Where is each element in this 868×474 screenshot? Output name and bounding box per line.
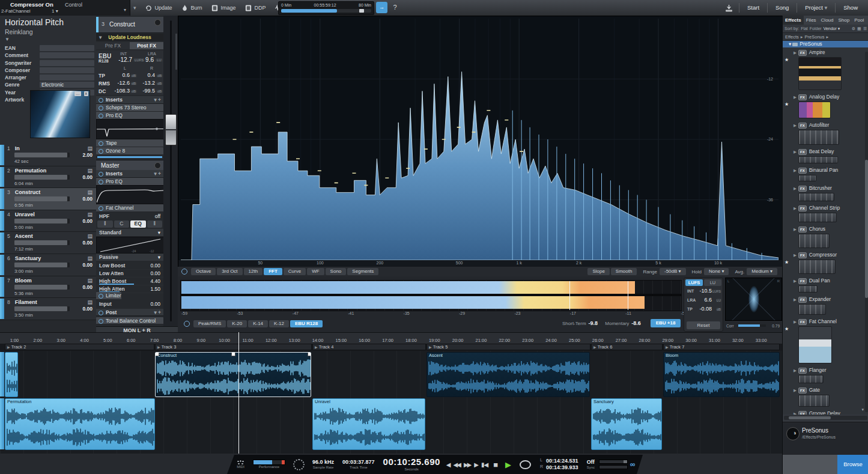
mode-button-fft[interactable]: FFT: [264, 268, 282, 275]
insert-scheps-73-stereo[interactable]: Scheps 73 Stereo: [96, 104, 163, 112]
ebu-scale-button[interactable]: EBU +18: [651, 319, 681, 327]
clip-handle[interactable]: [231, 352, 235, 356]
effect-item-compressor[interactable]: ▶FXCompressor★: [794, 251, 868, 274]
loop-locators[interactable]: L00:14:24.531 R00:14:39.933: [540, 458, 578, 472]
effect-thumbnail[interactable]: [798, 175, 816, 181]
track-gain-slider[interactable]: [14, 263, 70, 267]
track-item-ascent[interactable]: 5Ascent▤0.007:12 min: [0, 232, 96, 254]
panel-icon[interactable]: ▦: [857, 26, 861, 31]
insert-tonal-balance-control[interactable]: Tonal Balance Control: [96, 317, 163, 324]
project-length-display[interactable]: 0 Min 00:55:59:12 80 Min: [278, 1, 374, 15]
midi-indicator[interactable]: MIDI: [237, 460, 244, 469]
artwork-remove-button[interactable]: x: [84, 91, 89, 96]
favorite-star-icon[interactable]: ★: [785, 57, 789, 62]
help-button[interactable]: ?: [390, 2, 399, 13]
loop-icon[interactable]: [520, 460, 531, 469]
audio-clip-bloom[interactable]: Bloom: [663, 352, 780, 397]
audio-clip-permutation[interactable]: Permutation: [5, 398, 155, 450]
effect-item-ampire[interactable]: ▶FXAmpire★: [794, 49, 868, 90]
channel-knob-icon[interactable]: [154, 19, 161, 26]
effect-item-expander[interactable]: ▶FXExpander: [794, 296, 868, 315]
device-control-box[interactable]: Compressor On 2-FatChannel 1 ▾ Control ▾: [0, 0, 130, 16]
master-knob-icon[interactable]: [154, 162, 161, 169]
lane-header-track-7[interactable]: ▶Track 7: [663, 344, 780, 350]
track-item-filament[interactable]: 8Filament▤0.003:50 min: [0, 298, 96, 320]
master-eq-curve-display[interactable]: [96, 185, 165, 204]
track-gain-slider[interactable]: [14, 285, 70, 290]
playhead[interactable]: [238, 332, 239, 454]
mode-button-octave[interactable]: Octave: [191, 268, 216, 275]
browser-tab-files[interactable]: Files: [804, 16, 819, 25]
audio-clip-sanctuary[interactable]: Sanctuary: [591, 398, 662, 450]
pro-eq-curve-display[interactable]: [96, 119, 165, 139]
hpf-row[interactable]: HPFoff: [96, 213, 163, 220]
insert-tape[interactable]: Tape: [96, 139, 163, 147]
show-page-button[interactable]: Show: [835, 3, 866, 13]
clip-handle[interactable]: [308, 352, 311, 356]
effect-thumbnail[interactable]: [798, 395, 830, 407]
field-input-arranger[interactable]: [40, 74, 94, 81]
effect-thumbnail[interactable]: [798, 375, 824, 383]
effect-item-fat-channel[interactable]: ▶FXFat Channel★: [794, 318, 868, 363]
tab-pre-fx[interactable]: Pre FX: [96, 42, 130, 49]
start-page-button[interactable]: Start: [739, 3, 767, 13]
sort-vendor-button[interactable]: Vendor ▾: [824, 26, 840, 31]
nudge-forward-button[interactable]: ▶: [474, 461, 478, 468]
stop-button[interactable]: ■: [493, 460, 498, 469]
burn-button[interactable]: Burn: [181, 4, 202, 12]
inserts-header[interactable]: Inserts▾ +: [96, 96, 163, 104]
track-gain-slider[interactable]: [14, 196, 70, 201]
effect-item-binaural-pan[interactable]: ▶FXBinaural Pan: [794, 166, 868, 181]
favorite-star-icon[interactable]: ★: [785, 102, 789, 107]
lane-header-track-2[interactable]: ▶Track 2: [5, 344, 154, 350]
effect-thumbnail[interactable]: [798, 193, 834, 201]
track-gain-slider[interactable]: [14, 240, 70, 245]
tab-lu[interactable]: LU: [704, 279, 721, 286]
track-gain-slider[interactable]: [14, 219, 70, 223]
effect-item-chorus[interactable]: ▶FXChorus: [794, 225, 868, 248]
list-icon[interactable]: ☰: [863, 26, 867, 31]
browser-scrollbar[interactable]: [865, 52, 868, 412]
tab-post-fx[interactable]: Post FX: [130, 42, 163, 49]
wrench-icon[interactable]: ⚙: [852, 26, 855, 31]
eq-model-dropdown[interactable]: Passive▾: [96, 254, 163, 261]
update-loudness-button[interactable]: ▾Update Loudness: [96, 34, 163, 41]
lane-header-track-6[interactable]: ▶Track 6: [591, 344, 663, 350]
mode-button-sono[interactable]: Sono: [326, 268, 347, 275]
power-icon[interactable]: [99, 319, 103, 324]
track-gain-slider[interactable]: [14, 306, 70, 311]
master-fader-handle[interactable]: [165, 114, 177, 145]
meter-mode-k-14[interactable]: K-14: [248, 320, 268, 327]
meter-power-icon[interactable]: [184, 321, 190, 327]
passive-eq-graph[interactable]: -24-12: [96, 237, 165, 254]
channel-header[interactable]: 3 Construct: [96, 17, 163, 33]
image-button[interactable]: Image: [211, 4, 236, 12]
effect-thumbnail[interactable]: [798, 57, 842, 90]
clip-handle[interactable]: [155, 352, 159, 356]
master-inserts-header[interactable]: Inserts▾ +: [96, 170, 163, 178]
master-param-low-atten[interactable]: Low Atten0.00: [96, 270, 163, 278]
master-param-low-boost[interactable]: Low Boost0.00: [96, 262, 163, 270]
update-button[interactable]: Update: [145, 4, 172, 12]
favorite-star-icon[interactable]: ★: [785, 326, 789, 332]
effect-thumbnail[interactable]: [798, 234, 830, 248]
reset-button[interactable]: Reset: [687, 321, 720, 329]
track-item-unravel[interactable]: 4Unravel▤0.005:00 min: [0, 210, 96, 232]
spectrum-analyzer[interactable]: 501002005001 k2 k5 k10 k -12-24-36: [178, 16, 783, 267]
sort-flat-button[interactable]: Flat: [801, 26, 808, 31]
meter-mode-peak-rms[interactable]: Peak/RMS: [193, 320, 226, 327]
control-dropdown[interactable]: Control: [65, 2, 82, 8]
artwork-more-button[interactable]: …: [74, 91, 81, 96]
track-item-permutation[interactable]: 2Permutation▤0.006:04 min: [0, 166, 96, 189]
chevron-down-icon[interactable]: ▾: [124, 7, 126, 13]
section-button-1[interactable]: ‖: [97, 220, 113, 228]
setting-hold[interactable]: None ▾: [704, 268, 729, 275]
return-to-start-button[interactable]: ▮◀: [481, 461, 488, 468]
device-menu-button[interactable]: ▾: [133, 5, 136, 11]
play-button[interactable]: ▶: [505, 460, 511, 469]
insert-fat-channel[interactable]: Fat Channel: [96, 204, 163, 212]
field-input-comment[interactable]: [40, 52, 94, 58]
track-item-in[interactable]: 1In▤2.0042 sec: [0, 144, 96, 166]
toggle-smooth[interactable]: Smooth: [611, 268, 637, 275]
link-icon[interactable]: ∞: [630, 460, 636, 469]
